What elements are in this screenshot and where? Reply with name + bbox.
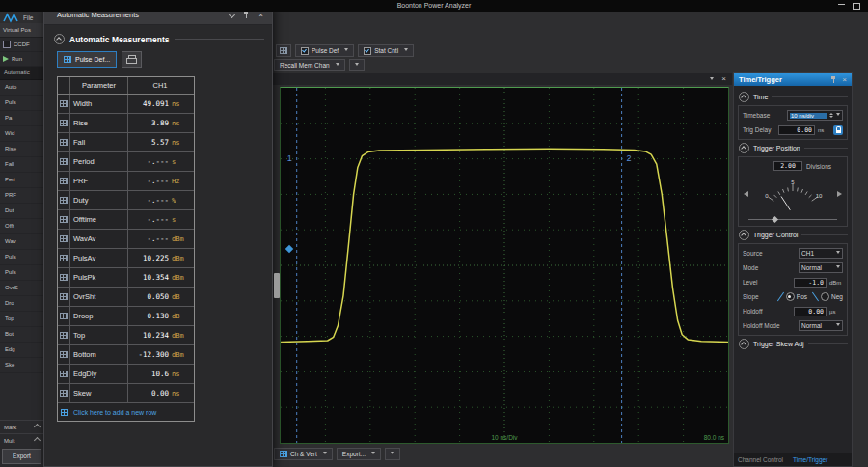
chevron-down-icon[interactable] bbox=[710, 77, 714, 82]
table-row[interactable]: PRF-.---Hz bbox=[58, 172, 194, 191]
collapse-icon[interactable] bbox=[739, 230, 749, 240]
table-row[interactable]: Duty-.---% bbox=[58, 191, 194, 210]
table-row[interactable]: Skew0.00ns bbox=[58, 384, 194, 403]
panel-titlebar[interactable]: Time/Trigger × bbox=[734, 73, 852, 86]
table-row[interactable]: PulsAv10.225dBm bbox=[58, 249, 194, 268]
decrement-arrow[interactable] bbox=[744, 191, 748, 197]
table-row[interactable]: Rise3.89ns bbox=[58, 114, 194, 133]
ch-vert-dropdown[interactable]: Ch & Vert bbox=[274, 448, 333, 460]
scope-display[interactable]: 1 2 10 ns/Div 80.0 ns bbox=[280, 87, 729, 444]
slider-knob[interactable] bbox=[772, 215, 778, 222]
rail-item[interactable]: Pa bbox=[0, 111, 43, 126]
collapse-icon[interactable] bbox=[54, 34, 65, 44]
rail-item[interactable]: Dro bbox=[0, 296, 43, 312]
rail-item[interactable]: Peri bbox=[0, 173, 43, 188]
collapse-icon[interactable] bbox=[739, 143, 749, 153]
table-row[interactable]: EdgDly10.6ns bbox=[58, 365, 194, 384]
trigger-skew-section-header[interactable]: Trigger Skew Adj bbox=[739, 339, 848, 349]
trigger-position-slider[interactable] bbox=[743, 215, 843, 224]
rail-item[interactable]: Wid bbox=[0, 126, 43, 142]
checkbox-icon[interactable] bbox=[364, 47, 371, 55]
rail-item[interactable]: Puls bbox=[0, 96, 43, 111]
close-icon[interactable]: × bbox=[721, 75, 726, 83]
source-select[interactable]: CH1 bbox=[799, 248, 843, 259]
tab-automatic[interactable]: Automatic bbox=[0, 67, 43, 80]
collapse-icon[interactable] bbox=[739, 339, 749, 349]
trig-delay-field[interactable]: 0.00 bbox=[778, 125, 815, 135]
table-row[interactable]: PulsPk10.354dBm bbox=[58, 268, 194, 288]
export-button[interactable]: Export bbox=[2, 449, 41, 464]
recall-mem-chan-dropdown[interactable]: Recall Mem Chan bbox=[274, 59, 345, 71]
cursor1-label[interactable]: 1 bbox=[287, 153, 292, 163]
cursor2-label[interactable]: 2 bbox=[627, 153, 632, 163]
rail-item[interactable]: Rise bbox=[0, 142, 43, 157]
timebase-select[interactable]: 10 ns/div bbox=[787, 110, 843, 121]
param-name: Droop bbox=[70, 307, 128, 325]
sidebar-item-ccdf[interactable]: CCDF bbox=[0, 38, 43, 52]
scrollbar-thumb[interactable] bbox=[274, 273, 280, 298]
increment-arrow[interactable] bbox=[837, 191, 842, 197]
table-row[interactable]: Droop0.130dB bbox=[58, 307, 194, 326]
rail-item[interactable]: Dut bbox=[0, 204, 43, 219]
add-row[interactable]: Click here to add a new row bbox=[58, 403, 194, 421]
table-row[interactable]: Width49.091ns bbox=[58, 95, 194, 114]
run-button[interactable]: Run bbox=[0, 52, 43, 67]
trigger-position-value[interactable]: 2.00 bbox=[773, 161, 802, 171]
collapse-icon[interactable] bbox=[739, 92, 749, 102]
slope-neg-radio[interactable] bbox=[821, 292, 829, 301]
pin-icon[interactable] bbox=[243, 11, 250, 19]
trigger-position-section-header[interactable]: Trigger Position bbox=[739, 143, 848, 153]
table-row[interactable]: Bottom-12.300dBm bbox=[58, 345, 194, 365]
tab-channel-control[interactable]: Channel Control bbox=[738, 456, 783, 463]
rail-item[interactable]: Auto bbox=[0, 80, 43, 96]
trigger-position-gauge[interactable]: 0510 bbox=[743, 174, 843, 214]
table-row[interactable]: Period-.---s bbox=[58, 152, 194, 172]
export-dropdown[interactable]: Export... bbox=[337, 448, 381, 460]
table-row[interactable]: WavAv-.---dBm bbox=[58, 230, 194, 249]
dropdown-button[interactable] bbox=[385, 448, 400, 460]
table-row[interactable]: Fall5.57ns bbox=[58, 133, 194, 152]
dropdown-button[interactable] bbox=[349, 59, 365, 71]
pulse-def-button[interactable]: Pulse Def... bbox=[57, 51, 117, 68]
rail-item[interactable]: Wav bbox=[0, 234, 43, 250]
rail-item[interactable]: Edg bbox=[0, 343, 43, 358]
mode-select[interactable]: Normal bbox=[799, 262, 843, 273]
spinner-icon[interactable] bbox=[829, 113, 833, 118]
file-menu[interactable]: File bbox=[23, 14, 33, 21]
table-row[interactable]: OvrSht0.050dB bbox=[58, 288, 194, 307]
level-row: Level -1.0 dBm bbox=[743, 275, 843, 289]
tab-time-trigger[interactable]: Time/Trigger bbox=[793, 456, 827, 463]
time-section-header[interactable]: Time bbox=[739, 92, 848, 102]
trigger-control-section-header[interactable]: Trigger Control bbox=[739, 230, 848, 240]
checkbox-icon[interactable] bbox=[301, 47, 309, 55]
slope-pos-radio[interactable] bbox=[786, 292, 795, 301]
maximize-icon[interactable] bbox=[853, 3, 860, 10]
sidebar-section-markers[interactable]: Mark bbox=[0, 420, 43, 433]
level-field[interactable]: -1.0 bbox=[794, 278, 827, 288]
close-icon[interactable]: × bbox=[258, 12, 263, 19]
table-row[interactable]: Offtime-.---s bbox=[58, 210, 194, 230]
source-row: Source CH1 bbox=[743, 246, 843, 261]
rail-item[interactable]: Puls bbox=[0, 265, 43, 281]
pulse-def-dropdown[interactable]: Pulse Def bbox=[295, 44, 354, 57]
sidebar-section-multi[interactable]: Mult bbox=[0, 433, 43, 447]
print-button[interactable] bbox=[122, 51, 142, 68]
lock-icon[interactable] bbox=[833, 125, 843, 135]
chevron-down-icon[interactable] bbox=[229, 12, 235, 18]
rail-item[interactable]: OvrS bbox=[0, 281, 43, 296]
holdoff-mode-select[interactable]: Normal bbox=[799, 320, 843, 331]
pin-icon[interactable] bbox=[830, 75, 837, 84]
stat-cntl-dropdown[interactable]: Stat Cntl bbox=[358, 44, 414, 57]
rail-item[interactable]: Offt bbox=[0, 219, 43, 234]
rail-item[interactable]: Fall bbox=[0, 157, 43, 173]
rail-item[interactable]: Ske bbox=[0, 358, 43, 373]
holdoff-field[interactable]: 0.00 bbox=[794, 307, 827, 316]
table-row[interactable]: Top10.234dBm bbox=[58, 326, 194, 345]
close-icon[interactable]: × bbox=[842, 76, 847, 84]
rail-item[interactable]: Bot bbox=[0, 327, 43, 343]
minimize-icon[interactable] bbox=[838, 4, 845, 5]
rail-item[interactable]: Top bbox=[0, 312, 43, 327]
rail-item[interactable]: Puls bbox=[0, 250, 43, 265]
rail-item[interactable]: PRF bbox=[0, 188, 43, 204]
grid-view-button[interactable] bbox=[276, 44, 291, 57]
